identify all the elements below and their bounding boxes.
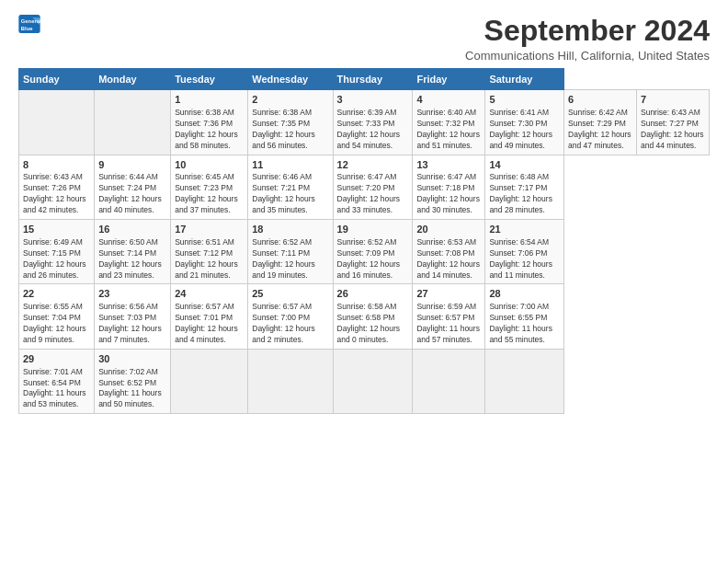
day-info: Sunrise: 6:48 AM Sunset: 7:17 PM Dayligh… [489, 172, 560, 216]
svg-text:General: General [21, 18, 40, 24]
day-number: 13 [416, 158, 481, 172]
day-info: Sunrise: 6:43 AM Sunset: 7:27 PM Dayligh… [641, 108, 705, 152]
page: General Blue September 2024 Communicatio… [0, 0, 728, 563]
table-row: 19Sunrise: 6:52 AM Sunset: 7:09 PM Dayli… [333, 220, 413, 284]
day-info: Sunrise: 6:44 AM Sunset: 7:24 PM Dayligh… [98, 172, 166, 216]
day-info: Sunrise: 6:53 AM Sunset: 7:08 PM Dayligh… [416, 237, 481, 282]
calendar: Sunday Monday Tuesday Wednesday Thursday… [18, 68, 710, 414]
day-number: 2 [252, 93, 328, 107]
table-row: 24Sunrise: 6:57 AM Sunset: 7:01 PM Dayli… [171, 284, 248, 349]
day-number: 22 [23, 287, 90, 301]
table-row: 14Sunrise: 6:48 AM Sunset: 7:17 PM Dayli… [485, 155, 564, 219]
day-info: Sunrise: 6:52 AM Sunset: 7:11 PM Dayligh… [252, 237, 328, 282]
day-number: 21 [489, 223, 560, 236]
day-number: 25 [252, 287, 328, 301]
day-info: Sunrise: 6:47 AM Sunset: 7:18 PM Dayligh… [416, 172, 481, 216]
day-info: Sunrise: 6:41 AM Sunset: 7:30 PM Dayligh… [489, 108, 560, 152]
table-row: 18Sunrise: 6:52 AM Sunset: 7:11 PM Dayli… [248, 220, 333, 284]
day-info: Sunrise: 6:58 AM Sunset: 6:58 PM Dayligh… [337, 302, 409, 346]
day-number: 8 [23, 158, 90, 172]
col-thursday: Thursday [333, 69, 413, 90]
day-info: Sunrise: 6:42 AM Sunset: 7:29 PM Dayligh… [568, 108, 632, 152]
day-number: 18 [252, 223, 328, 236]
day-number: 7 [641, 93, 705, 107]
logo: General Blue [18, 15, 40, 33]
col-friday: Friday [413, 69, 485, 90]
day-number: 16 [98, 223, 166, 236]
day-info: Sunrise: 6:56 AM Sunset: 7:03 PM Dayligh… [98, 302, 166, 346]
week-row-4: 29Sunrise: 7:01 AM Sunset: 6:54 PM Dayli… [19, 349, 710, 413]
table-row [333, 349, 413, 413]
header: General Blue September 2024 Communicatio… [18, 15, 710, 63]
day-info: Sunrise: 6:45 AM Sunset: 7:23 PM Dayligh… [175, 172, 244, 216]
day-number: 5 [489, 93, 560, 107]
table-row [95, 90, 171, 155]
main-title: September 2024 [465, 15, 710, 47]
day-number: 29 [23, 352, 90, 366]
title-block: September 2024 Communications Hill, Cali… [465, 15, 710, 63]
table-row: 29Sunrise: 7:01 AM Sunset: 6:54 PM Dayli… [19, 349, 95, 413]
day-number: 20 [416, 223, 481, 236]
day-number: 6 [568, 93, 632, 107]
day-info: Sunrise: 7:02 AM Sunset: 6:52 PM Dayligh… [98, 367, 166, 411]
table-row: 25Sunrise: 6:57 AM Sunset: 7:00 PM Dayli… [248, 284, 333, 349]
day-number: 11 [252, 158, 328, 172]
table-row: 7Sunrise: 6:43 AM Sunset: 7:27 PM Daylig… [637, 90, 710, 155]
logo-icon: General Blue [18, 15, 40, 33]
day-number: 24 [175, 287, 244, 301]
day-info: Sunrise: 6:38 AM Sunset: 7:35 PM Dayligh… [252, 108, 328, 152]
table-row: 23Sunrise: 6:56 AM Sunset: 7:03 PM Dayli… [95, 284, 171, 349]
day-number: 17 [175, 223, 244, 236]
day-number: 26 [337, 287, 409, 301]
svg-text:Blue: Blue [21, 26, 33, 31]
table-row: 5Sunrise: 6:41 AM Sunset: 7:30 PM Daylig… [485, 90, 564, 155]
table-row [413, 349, 485, 413]
table-row: 30Sunrise: 7:02 AM Sunset: 6:52 PM Dayli… [95, 349, 171, 413]
day-number: 10 [175, 158, 244, 172]
table-row: 9Sunrise: 6:44 AM Sunset: 7:24 PM Daylig… [95, 155, 171, 219]
day-number: 12 [337, 158, 409, 172]
col-wednesday: Wednesday [248, 69, 333, 90]
day-number: 3 [337, 93, 409, 107]
table-row: 11Sunrise: 6:46 AM Sunset: 7:21 PM Dayli… [248, 155, 333, 219]
table-row: 12Sunrise: 6:47 AM Sunset: 7:20 PM Dayli… [333, 155, 413, 219]
week-row-2: 15Sunrise: 6:49 AM Sunset: 7:15 PM Dayli… [19, 220, 710, 284]
day-info: Sunrise: 6:52 AM Sunset: 7:09 PM Dayligh… [337, 237, 409, 282]
table-row: 22Sunrise: 6:55 AM Sunset: 7:04 PM Dayli… [19, 284, 95, 349]
col-sunday: Sunday [19, 69, 95, 90]
table-row: 10Sunrise: 6:45 AM Sunset: 7:23 PM Dayli… [171, 155, 248, 219]
day-info: Sunrise: 6:54 AM Sunset: 7:06 PM Dayligh… [489, 237, 560, 282]
table-row: 13Sunrise: 6:47 AM Sunset: 7:18 PM Dayli… [413, 155, 485, 219]
day-number: 19 [337, 223, 409, 236]
day-info: Sunrise: 6:46 AM Sunset: 7:21 PM Dayligh… [252, 172, 328, 216]
day-info: Sunrise: 6:51 AM Sunset: 7:12 PM Dayligh… [175, 237, 244, 282]
day-info: Sunrise: 6:39 AM Sunset: 7:33 PM Dayligh… [337, 108, 409, 152]
table-row: 20Sunrise: 6:53 AM Sunset: 7:08 PM Dayli… [413, 220, 485, 284]
day-number: 9 [98, 158, 166, 172]
day-number: 23 [98, 287, 166, 301]
day-info: Sunrise: 6:49 AM Sunset: 7:15 PM Dayligh… [23, 237, 90, 282]
table-row: 26Sunrise: 6:58 AM Sunset: 6:58 PM Dayli… [333, 284, 413, 349]
table-row: 27Sunrise: 6:59 AM Sunset: 6:57 PM Dayli… [413, 284, 485, 349]
day-info: Sunrise: 6:38 AM Sunset: 7:36 PM Dayligh… [175, 108, 244, 152]
table-row: 6Sunrise: 6:42 AM Sunset: 7:29 PM Daylig… [564, 90, 637, 155]
day-number: 15 [23, 223, 90, 236]
day-info: Sunrise: 7:00 AM Sunset: 6:55 PM Dayligh… [489, 302, 560, 346]
col-tuesday: Tuesday [171, 69, 248, 90]
table-row [248, 349, 333, 413]
table-row: 15Sunrise: 6:49 AM Sunset: 7:15 PM Dayli… [19, 220, 95, 284]
day-number: 4 [416, 93, 481, 107]
day-number: 28 [489, 287, 560, 301]
table-row: 17Sunrise: 6:51 AM Sunset: 7:12 PM Dayli… [171, 220, 248, 284]
week-row-0: 1Sunrise: 6:38 AM Sunset: 7:36 PM Daylig… [19, 90, 710, 155]
day-number: 27 [416, 287, 481, 301]
day-number: 30 [98, 352, 166, 366]
subtitle: Communications Hill, California, United … [465, 49, 710, 63]
table-row: 16Sunrise: 6:50 AM Sunset: 7:14 PM Dayli… [95, 220, 171, 284]
col-saturday: Saturday [485, 69, 564, 90]
table-row: 3Sunrise: 6:39 AM Sunset: 7:33 PM Daylig… [333, 90, 413, 155]
col-monday: Monday [95, 69, 171, 90]
day-info: Sunrise: 6:40 AM Sunset: 7:32 PM Dayligh… [416, 108, 481, 152]
day-number: 14 [489, 158, 560, 172]
day-info: Sunrise: 7:01 AM Sunset: 6:54 PM Dayligh… [23, 367, 90, 411]
